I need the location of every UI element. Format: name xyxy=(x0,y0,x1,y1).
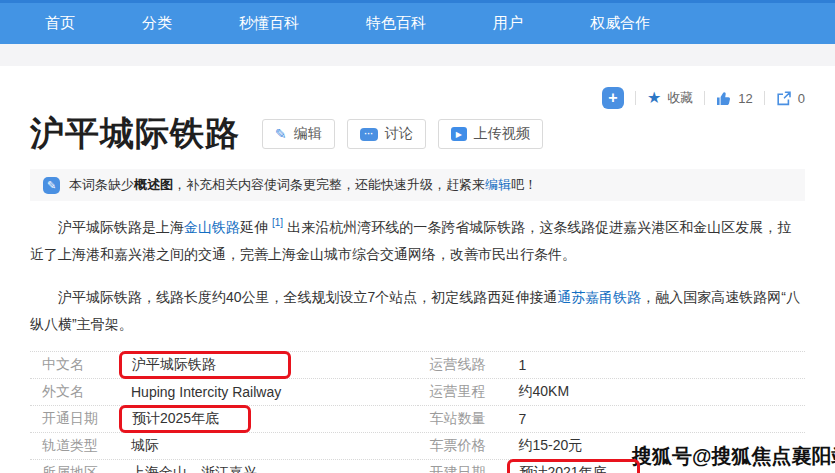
citation-ref-link[interactable]: [1] xyxy=(272,217,283,228)
row-value: Huping Intercity Railway xyxy=(131,384,281,400)
discuss-button-label: 讨论 xyxy=(385,125,413,143)
notice-segment: 本词条缺少 xyxy=(69,177,134,192)
divider xyxy=(764,91,765,105)
edit-button[interactable]: ✎ 编辑 xyxy=(262,119,335,149)
row-value: 7 xyxy=(519,411,527,427)
watermark: 搜狐号@搜狐焦点襄阳站 xyxy=(632,443,835,470)
jinshan-railway-link[interactable]: 金山铁路 xyxy=(184,219,240,235)
like-count: 12 xyxy=(738,91,752,106)
row-value: 预计2025年底 xyxy=(132,410,219,428)
row-value: 上海金山，浙江嘉兴 xyxy=(131,464,257,473)
detail-paragraph: 沪平城际铁路，线路长度约40公里，全线规划设立7个站点，初定线路西延伸接通通苏嘉… xyxy=(30,284,805,338)
row-value: 城际 xyxy=(131,437,159,455)
highlight-box: 预计2021年底 xyxy=(507,459,640,473)
table-row: 轨道类型 城际 xyxy=(30,433,418,460)
baike-page: 首页 分类 秒懂百科 特色百科 用户 权威合作 + ★ 收藏 12 xyxy=(0,0,835,473)
share-button[interactable]: 0 xyxy=(776,91,805,106)
intro-paragraph: 沪平城际铁路是上海金山铁路延伸[1]出来沿杭州湾环线的一条跨省城际铁路，这条线路… xyxy=(30,214,805,268)
highlight-box: 沪平城际铁路 xyxy=(119,351,291,379)
notice-text: 本词条缺少概述图，补充相关内容使词条更完整，还能快速升级，赶紧来编辑吧！ xyxy=(69,176,537,194)
favorite-label: 收藏 xyxy=(667,89,693,107)
add-icon[interactable]: + xyxy=(602,87,624,109)
divider xyxy=(635,91,636,105)
top-nav: 首页 分类 秒懂百科 特色百科 用户 权威合作 xyxy=(0,0,835,44)
thumbs-up-icon xyxy=(716,91,732,106)
entry-content: + ★ 收藏 12 0 沪平城际铁路 xyxy=(0,86,835,473)
table-row: 车站数量 7 xyxy=(418,406,806,433)
title-row: 沪平城际铁路 ✎ 编辑 ··· 讨论 ▶ 上传视频 xyxy=(30,112,805,156)
notice-bold-term: 概述图 xyxy=(134,177,173,192)
pencil-icon: ✎ xyxy=(275,127,287,141)
notice-bar: ✎ 本词条缺少概述图，补充相关内容使词条更完整，还能快速升级，赶紧来编辑吧！ xyxy=(30,169,805,201)
tongsujiayong-railway-link[interactable]: 通苏嘉甬铁路 xyxy=(557,289,641,305)
paragraph-text: 延伸 xyxy=(240,219,268,235)
row-label: 车票价格 xyxy=(430,437,519,455)
row-value: 预计2021年底 xyxy=(520,464,607,473)
divider xyxy=(704,91,705,105)
row-label: 运营线路 xyxy=(430,356,519,374)
table-row: 运营里程 约40KM xyxy=(418,379,806,406)
pencil-icon: ✎ xyxy=(43,177,60,194)
table-row: 外文名 Huping Intercity Railway xyxy=(30,379,418,406)
favorite-button[interactable]: ★ 收藏 xyxy=(647,89,693,107)
notice-edit-link[interactable]: 编辑 xyxy=(485,177,511,192)
row-label: 中文名 xyxy=(42,356,131,374)
like-button[interactable]: 12 xyxy=(716,91,752,106)
row-value: 1 xyxy=(519,357,527,373)
discuss-button[interactable]: ··· 讨论 xyxy=(347,119,426,149)
nav-item-cooperation[interactable]: 权威合作 xyxy=(590,14,650,33)
row-label: 所属地区 xyxy=(42,464,131,473)
highlight-box: 预计2025年底 xyxy=(119,405,251,433)
page-title: 沪平城际铁路 xyxy=(30,111,240,157)
chat-bubble-icon: ··· xyxy=(360,128,378,141)
nav-item-home[interactable]: 首页 xyxy=(45,14,75,33)
row-label: 车站数量 xyxy=(430,410,519,428)
notice-segment: 吧！ xyxy=(511,177,537,192)
row-label: 开建日期 xyxy=(430,464,519,473)
row-label: 开通日期 xyxy=(42,410,131,428)
row-value: 约40KM xyxy=(519,383,570,401)
table-row: 运营线路 1 xyxy=(418,352,806,379)
table-row: 所属地区 上海金山，浙江嘉兴 xyxy=(30,460,418,473)
nav-item-user[interactable]: 用户 xyxy=(493,14,523,33)
notice-segment: ，补充相关内容使词条更完整，还能快速升级，赶紧来 xyxy=(173,177,485,192)
paragraph-text: 沪平城际铁路是上海 xyxy=(58,219,184,235)
row-label: 外文名 xyxy=(42,383,131,401)
edit-button-label: 编辑 xyxy=(294,125,322,143)
row-value: 约15-20元 xyxy=(519,437,583,455)
upload-button-label: 上传视频 xyxy=(474,125,530,143)
paragraph-text: 沪平城际铁路，线路长度约40公里，全线规划设立7个站点，初定线路西延伸接通 xyxy=(58,289,557,305)
action-bar: + ★ 收藏 12 0 xyxy=(30,86,805,110)
share-count: 0 xyxy=(798,91,805,106)
nav-item-featured[interactable]: 特色百科 xyxy=(366,14,426,33)
table-row: 开通日期 预计2025年底 xyxy=(30,406,418,433)
header-band xyxy=(0,44,835,66)
row-label: 运营里程 xyxy=(430,383,519,401)
nav-item-miaodong[interactable]: 秒懂百科 xyxy=(239,14,299,33)
infobox-left-column: 中文名 沪平城际铁路 外文名 Huping Intercity Railway … xyxy=(30,352,418,473)
upload-video-button[interactable]: ▶ 上传视频 xyxy=(438,119,543,149)
share-icon xyxy=(776,91,792,106)
row-label: 轨道类型 xyxy=(42,437,131,455)
nav-item-category[interactable]: 分类 xyxy=(142,14,172,33)
row-value: 沪平城际铁路 xyxy=(132,356,216,374)
star-icon: ★ xyxy=(647,90,661,106)
table-row: 中文名 沪平城际铁路 xyxy=(30,352,418,379)
play-icon: ▶ xyxy=(451,127,467,141)
